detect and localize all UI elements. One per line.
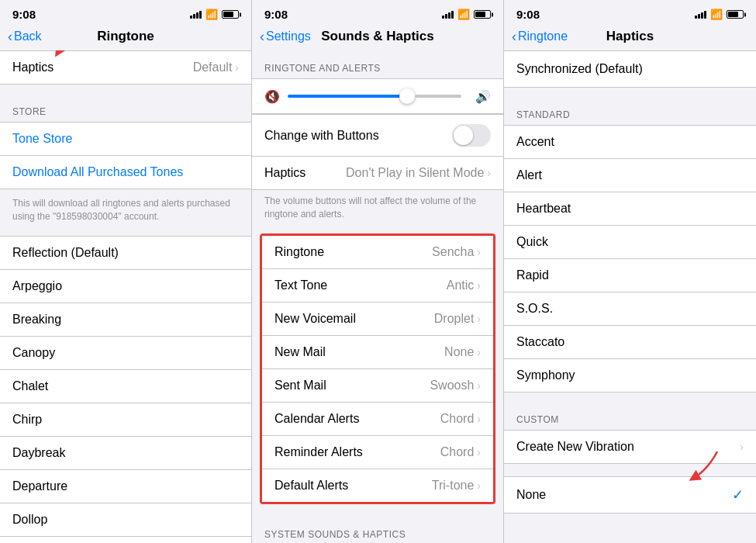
page-title-2: Sounds & Haptics bbox=[321, 29, 433, 44]
haptics-setting-row[interactable]: Haptics Don't Play in Silent Mode › bbox=[252, 157, 503, 189]
ringtone-name: Chirp bbox=[12, 413, 42, 427]
list-item[interactable]: Canopy bbox=[0, 337, 251, 370]
ringtone-name: Daybreak bbox=[12, 446, 65, 460]
default-alerts-row[interactable]: Default Alerts Tri-tone › bbox=[262, 469, 493, 502]
back-button-1[interactable]: ‹ Back bbox=[8, 29, 42, 45]
list-item[interactable]: Staccato bbox=[504, 326, 756, 359]
back-label-2: Settings bbox=[266, 29, 311, 43]
ringtone-name: Arpeggio bbox=[12, 279, 62, 293]
status-time-1: 9:08 bbox=[12, 8, 36, 21]
chevron-right-haptics: › bbox=[487, 167, 491, 179]
chevron-right-icon: › bbox=[477, 279, 481, 292]
status-bar-3: 9:08 📶 bbox=[504, 0, 756, 26]
list-item[interactable]: Heartbeat bbox=[504, 192, 756, 226]
volume-row: 🔇 🔊 bbox=[252, 78, 503, 114]
list-item[interactable]: Breaking bbox=[0, 303, 251, 337]
ringtone-name: Dollop bbox=[12, 513, 47, 527]
signal-icon-2 bbox=[442, 11, 454, 19]
haptics-setting-label: Haptics bbox=[264, 166, 306, 180]
back-button-2[interactable]: ‹ Settings bbox=[260, 29, 311, 45]
ringtone-row[interactable]: Ringtone Sencha › bbox=[262, 236, 493, 269]
status-time-3: 9:08 bbox=[516, 8, 540, 21]
list-item[interactable]: Dollop bbox=[0, 503, 251, 537]
sent-mail-row[interactable]: Sent Mail Swoosh › bbox=[262, 369, 493, 403]
list-item[interactable]: Symphony bbox=[504, 359, 756, 392]
volume-slider-filled bbox=[288, 95, 407, 98]
list-item[interactable]: Chirp bbox=[0, 403, 251, 437]
synchronized-row[interactable]: Synchronized (Default) bbox=[504, 50, 756, 88]
ringtone-name: Breaking bbox=[12, 313, 61, 327]
list-item[interactable]: Daybreak bbox=[0, 437, 251, 470]
change-buttons-label: Change with Buttons bbox=[264, 129, 379, 143]
ringtone-section-box: Ringtone Sencha › Text Tone Antic › New … bbox=[260, 233, 495, 504]
list-item[interactable]: Rapid bbox=[504, 259, 756, 292]
store-links: Tone Store Download All Purchased Tones bbox=[0, 122, 251, 189]
chevron-left-icon-1: ‹ bbox=[8, 29, 12, 45]
calendar-alerts-row[interactable]: Calendar Alerts Chord › bbox=[262, 403, 493, 436]
reminder-alerts-row[interactable]: Reminder Alerts Chord › bbox=[262, 436, 493, 469]
back-label-1: Back bbox=[14, 29, 42, 43]
back-button-3[interactable]: ‹ Ringtone bbox=[512, 29, 568, 45]
list-item[interactable]: Quick bbox=[504, 226, 756, 259]
sounds-haptics-panel: 9:08 📶 ‹ Settings Sounds & Haptics RINGT… bbox=[252, 0, 504, 543]
download-all-link[interactable]: Download All Purchased Tones bbox=[0, 156, 251, 188]
chevron-right-icon: › bbox=[477, 413, 481, 425]
create-vibration-label: Create New Vibration bbox=[516, 440, 634, 454]
chevron-left-icon-3: ‹ bbox=[512, 29, 516, 45]
chevron-right-icon: › bbox=[477, 446, 481, 458]
page-title-1: Ringtone bbox=[97, 29, 154, 44]
list-item[interactable]: Arpeggio bbox=[0, 270, 251, 303]
haptics-value: Default › bbox=[193, 61, 239, 74]
battery-icon-3 bbox=[727, 10, 744, 19]
sound-rows-group: Ringtone Sencha › Text Tone Antic › New … bbox=[262, 236, 493, 502]
status-bar-2: 9:08 📶 bbox=[252, 0, 503, 26]
chevron-right-icon: › bbox=[477, 346, 481, 358]
text-tone-row[interactable]: Text Tone Antic › bbox=[262, 269, 493, 303]
haptics-desc: The volume buttons will not affect the v… bbox=[252, 190, 503, 233]
tone-store-link[interactable]: Tone Store bbox=[0, 123, 251, 156]
new-voicemail-row[interactable]: New Voicemail Droplet › bbox=[262, 303, 493, 336]
battery-icon-2 bbox=[474, 10, 491, 19]
back-label-3: Ringtone bbox=[518, 29, 568, 43]
ringtone-name: Reflection (Default) bbox=[12, 246, 119, 260]
chevron-right-icon: › bbox=[477, 479, 481, 492]
chevron-right-icon: › bbox=[477, 313, 481, 325]
wifi-icon-3: 📶 bbox=[710, 9, 723, 20]
nav-header-3: ‹ Ringtone Haptics bbox=[504, 26, 756, 50]
list-item[interactable]: Reflection (Default) bbox=[0, 237, 251, 270]
list-item[interactable]: S.O.S. bbox=[504, 292, 756, 326]
volume-low-icon: 🔇 bbox=[264, 89, 280, 104]
list-item[interactable]: Chalet bbox=[0, 370, 251, 403]
haptics-row[interactable]: Haptics Default › bbox=[0, 50, 251, 85]
wifi-icon-1: 📶 bbox=[205, 9, 218, 20]
list-item[interactable]: Alert bbox=[504, 159, 756, 192]
volume-slider-thumb[interactable] bbox=[399, 88, 415, 104]
haptics-label: Haptics bbox=[12, 61, 54, 74]
ringtone-name: Departure bbox=[12, 479, 67, 493]
red-arrow-1 bbox=[47, 50, 101, 58]
ringtone-panel: 9:08 📶 ‹ Back Ringtone bbox=[0, 0, 252, 543]
sounds-content: RINGTONE AND ALERTS 🔇 🔊 Change with Butt… bbox=[252, 50, 503, 543]
change-buttons-toggle[interactable] bbox=[452, 124, 491, 147]
red-arrow-2 bbox=[671, 445, 733, 484]
standard-section-label: STANDARD bbox=[504, 109, 756, 125]
nav-header-1: ‹ Back Ringtone bbox=[0, 26, 251, 50]
change-with-buttons-row: Change with Buttons bbox=[252, 115, 503, 157]
custom-section-label: CUSTOM bbox=[504, 414, 756, 430]
new-mail-row[interactable]: New Mail None › bbox=[262, 336, 493, 369]
ringtone-content: Haptics Default › STORE Tone Store Downl… bbox=[0, 50, 251, 543]
status-time-2: 9:08 bbox=[264, 8, 288, 21]
haptics-content: Synchronized (Default) STANDARD Accent A… bbox=[504, 50, 756, 543]
wifi-icon-2: 📶 bbox=[457, 9, 470, 20]
list-item[interactable]: Accent bbox=[504, 126, 756, 159]
page-title-3: Haptics bbox=[606, 29, 654, 44]
toggle-thumb bbox=[454, 126, 473, 145]
chevron-right-icon: › bbox=[477, 246, 481, 258]
chevron-right-create: › bbox=[740, 441, 744, 453]
status-icons-2: 📶 bbox=[442, 9, 491, 20]
ringtone-list: Reflection (Default) Arpeggio Breaking C… bbox=[0, 236, 251, 543]
none-section: None ✓ bbox=[504, 476, 756, 514]
list-item[interactable]: Departure bbox=[0, 470, 251, 503]
chevron-right-icon: › bbox=[477, 379, 481, 392]
list-item[interactable]: Journey bbox=[0, 537, 251, 543]
